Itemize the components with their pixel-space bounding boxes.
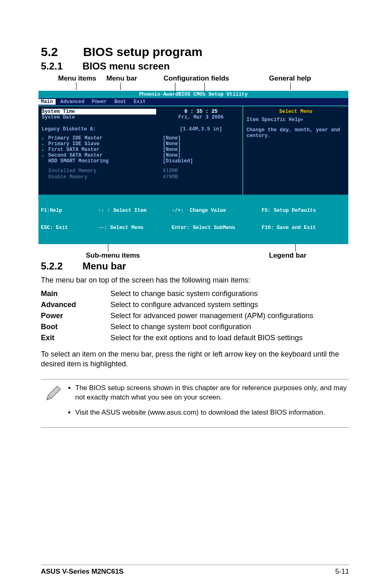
row-pri-slave-value[interactable]: [None] xyxy=(163,141,239,147)
row-pri-master-label[interactable]: Primary IDE Master xyxy=(42,135,156,141)
bios-legend-bar: F1:Help ESC: Exit ↑↓ : Select Item →←: S… xyxy=(38,195,348,244)
table-row: PowerSelect for advanced power managemen… xyxy=(41,310,313,321)
note-item-2: Visit the ASUS website (www.asus.com) to… xyxy=(75,408,347,417)
section-heading: 5.2 BIOS setup program xyxy=(41,45,349,59)
row-legacy-value[interactable]: [1.44M,3.5 in] xyxy=(163,126,239,132)
top-annotations: Menu items Menu bar Configuration fields… xyxy=(41,74,349,91)
bios-title-bar: Phoenix-AwardBIOS CMOS Setup Utility xyxy=(38,91,348,98)
note-item-1: The BIOS setup screens shown in this cha… xyxy=(75,384,347,402)
desc-advanced: Select to configure advanced system sett… xyxy=(110,299,313,310)
subsection-521-title: BIOS menu screen xyxy=(83,61,170,72)
legend-f1: F1:Help xyxy=(41,208,98,213)
term-advanced: Advanced xyxy=(41,299,110,310)
bios-screenshot: Phoenix-AwardBIOS CMOS Setup Utility Mai… xyxy=(38,91,348,244)
row-usable-mem-value: 479MB xyxy=(163,174,239,180)
help-text: Change the day, month, year and century. xyxy=(247,127,345,139)
row-legacy-label[interactable]: Legacy Diskette A: xyxy=(42,126,156,132)
legend-enter: Enter: Select SubMenu xyxy=(172,225,262,231)
tab-main[interactable]: Main xyxy=(38,99,56,105)
table-row: AdvancedSelect to configure advanced sys… xyxy=(41,299,313,310)
tab-power[interactable]: Power xyxy=(92,99,107,105)
row-second-sata-value[interactable]: [None] xyxy=(163,153,239,158)
annot-legendbar: Legend bar xyxy=(269,251,307,260)
table-row: MainSelect to change basic system config… xyxy=(41,288,313,299)
subsection-521: 5.2.1 BIOS menu screen xyxy=(41,61,349,72)
desc-exit: Select for the exit options and to load … xyxy=(110,332,313,343)
tab-advanced[interactable]: Advanced xyxy=(61,99,85,105)
help-select-menu: Select Menu xyxy=(247,109,345,114)
subsection-522-number: 5.2.2 xyxy=(41,260,80,272)
legend-sel-menu: →←: Select Menu xyxy=(98,225,172,231)
row-system-time-value[interactable]: 0 : 35 : 25 xyxy=(163,109,239,114)
annot-menu-items: Menu items xyxy=(58,74,96,83)
section-title-text: BIOS setup program xyxy=(83,45,202,58)
annot-submenu: Sub-menu items xyxy=(86,251,140,260)
row-system-time-label[interactable]: System Time xyxy=(42,109,156,114)
tab-boot[interactable]: Boot xyxy=(114,99,126,105)
footer-product: ASUS V-Series M2NC61S xyxy=(41,568,123,576)
row-system-date-label[interactable]: System Date xyxy=(42,114,156,120)
page-footer: ASUS V-Series M2NC61S 5-11 xyxy=(41,565,349,576)
term-main: Main xyxy=(41,288,110,299)
table-row: BootSelect to change system boot configu… xyxy=(41,321,313,332)
help-item-specific: Item Specific Help▸ xyxy=(247,117,345,123)
legend-sel-item: ↑↓ : Select Item xyxy=(98,208,172,213)
row-hdd-smart-label[interactable]: HDD SMART Monitoring xyxy=(42,158,156,164)
row-pri-slave-label[interactable]: Primary IDE Slave xyxy=(42,141,156,147)
menubar-table: MainSelect to change basic system config… xyxy=(41,288,313,343)
subsection-522: 5.2.2 Menu bar xyxy=(41,260,349,272)
desc-main: Select to change basic system configurat… xyxy=(110,288,313,299)
table-row: ExitSelect for the exit options and to l… xyxy=(41,332,313,343)
row-first-sata-label[interactable]: First SATA Master xyxy=(42,147,156,153)
subsection-522-title: Menu bar xyxy=(83,260,126,272)
footer-page: 5-11 xyxy=(335,568,349,576)
legend-change-val: -/+: Change Value xyxy=(172,208,262,213)
row-pri-master-value[interactable]: [None] xyxy=(163,135,239,141)
desc-power: Select for advanced power management (AP… xyxy=(110,310,313,321)
row-usable-mem-label: Usable Memory xyxy=(42,174,156,180)
section-number: 5.2 xyxy=(41,45,80,59)
annot-general-help: General help xyxy=(269,74,311,83)
annot-config-fields: Configuration fields xyxy=(164,74,229,83)
pencil-icon xyxy=(43,384,68,423)
legend-esc: ESC: Exit xyxy=(41,225,98,231)
bottom-annotations: Sub-menu items Legend bar xyxy=(41,244,349,260)
row-installed-mem-value: 512MB xyxy=(163,168,239,174)
row-installed-mem-label: Installed Memory xyxy=(42,168,156,174)
row-first-sata-value[interactable]: [None] xyxy=(163,147,239,153)
legend-f5: F5: Setup Defaults xyxy=(262,208,316,213)
term-boot: Boot xyxy=(41,321,110,332)
note-box: The BIOS setup screens shown in this cha… xyxy=(41,379,349,428)
legend-f10: F10: Save and Exit xyxy=(262,225,316,231)
desc-boot: Select to change system boot configurati… xyxy=(110,321,313,332)
bios-menubar: Main Advanced Power Boot Exit xyxy=(38,98,348,105)
row-second-sata-label[interactable]: Second SATA Master xyxy=(42,153,156,158)
row-hdd-smart-value[interactable]: [Disabled] xyxy=(163,158,239,164)
tab-exit[interactable]: Exit xyxy=(134,99,146,105)
annot-menu-bar: Menu bar xyxy=(106,74,137,83)
menubar-intro: The menu bar on top of the screen has th… xyxy=(41,275,349,285)
row-system-date-value[interactable]: Fri, Mar 3 2006 xyxy=(163,114,239,120)
subsection-521-number: 5.2.1 xyxy=(41,61,80,72)
term-exit: Exit xyxy=(41,332,110,343)
term-power: Power xyxy=(41,310,110,321)
select-instruction: To select an item on the menu bar, press… xyxy=(41,349,349,369)
